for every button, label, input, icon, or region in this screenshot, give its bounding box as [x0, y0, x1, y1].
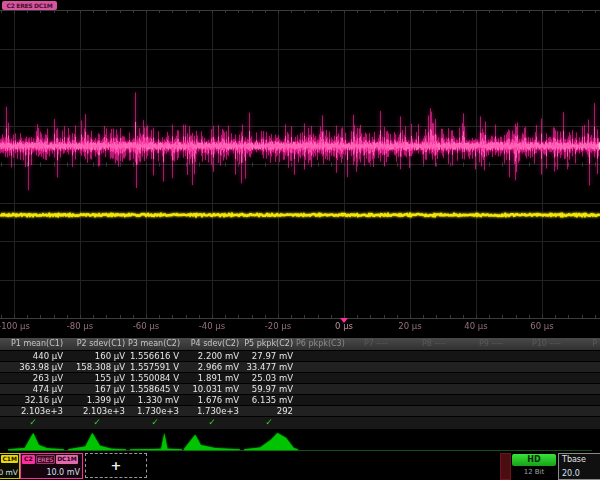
- measure-cell: 292: [242, 406, 296, 416]
- add-trace-button[interactable]: +: [85, 453, 147, 478]
- measure-header-p7[interactable]: P7 ----: [347, 338, 391, 350]
- measure-header-p11[interactable]: P: [564, 338, 600, 350]
- measure-cell: [506, 406, 564, 416]
- measure-cell: [564, 373, 600, 383]
- status-check-icon: ✓: [0, 417, 66, 429]
- measure-header-p4[interactable]: P4 sdev(C2): [182, 338, 242, 350]
- measure-cell: [506, 351, 564, 361]
- measure-cell: [296, 395, 347, 405]
- measure-cell: 474 μV: [0, 384, 66, 394]
- status-check-icon: ✓: [242, 417, 296, 429]
- measure-cell: 10.031 mV: [182, 384, 242, 394]
- measure-cell: [564, 362, 600, 372]
- time-axis-label-8: 40 μs: [464, 321, 487, 331]
- measure-cell: [347, 395, 391, 405]
- measure-header-p9[interactable]: P9 ----: [449, 338, 506, 350]
- measure-header-p2[interactable]: P2 sdev(C1): [66, 338, 128, 350]
- channel-c2-descriptor[interactable]: C2 ERES DC1M 10.0 mV: [20, 453, 83, 479]
- measure-header-p1[interactable]: P1 mean(C1): [0, 338, 66, 350]
- time-axis-label-1: -100 μs: [0, 321, 30, 331]
- channel-c1-descriptor[interactable]: C1M 0 mV: [0, 453, 20, 479]
- trace-annotation-badge: C2 ERES DC1M: [2, 1, 57, 10]
- measure-cell: 6.135 mV: [242, 395, 296, 405]
- measure-cell: 2.103e+3: [0, 406, 66, 416]
- descriptor-bar: C1M 0 mV C2 ERES DC1M 10.0 mV + HD 12 Bi…: [0, 452, 600, 480]
- time-axis-label-2: -80 μs: [67, 321, 93, 331]
- measure-row-min: 263 μV155 μV1.550084 V1.891 mV25.03 mV: [0, 373, 600, 384]
- c2-eres-badge: ERES: [36, 455, 56, 464]
- status-empty: [296, 417, 347, 429]
- hd-mode-badge[interactable]: HD: [512, 454, 556, 466]
- c1-coupling-badge: C1M: [1, 455, 18, 463]
- measure-cell: [391, 406, 449, 416]
- timebase-label: Tbase: [562, 455, 586, 464]
- status-empty: [449, 417, 506, 429]
- measure-cell: [564, 395, 600, 405]
- status-empty: [391, 417, 449, 429]
- measure-cell: [296, 362, 347, 372]
- status-empty: [347, 417, 391, 429]
- measure-header-p5[interactable]: P5 pkpk(C2): [242, 338, 296, 350]
- measure-cell: [564, 384, 600, 394]
- measure-cell: 155 μV: [66, 373, 128, 383]
- measure-cell: [449, 362, 506, 372]
- measure-cell: 160 μV: [66, 351, 128, 361]
- measure-cell: 1.556616 V: [128, 351, 182, 361]
- measure-cell: 2.966 mV: [182, 362, 242, 372]
- status-check-icon: ✓: [182, 417, 242, 429]
- measure-cell: 1.558645 V: [128, 384, 182, 394]
- measure-cell: 1.330 mV: [128, 395, 182, 405]
- hd-bit-depth-label: 12 Bit: [512, 468, 556, 476]
- measure-cell: 2.103e+3: [66, 406, 128, 416]
- trigger-position-marker[interactable]: [340, 318, 348, 323]
- measure-cell: [347, 384, 391, 394]
- measure-cell: 25.03 mV: [242, 373, 296, 383]
- measure-cell: [564, 351, 600, 361]
- status-check-icon: ✓: [66, 417, 128, 429]
- measure-cell: 1.676 mV: [182, 395, 242, 405]
- trigger-descriptor-edge[interactable]: [500, 453, 511, 480]
- time-axis-label-9: 60 μs: [530, 321, 553, 331]
- measure-header-p6[interactable]: P6 pkpk(C3): [296, 338, 347, 350]
- histicons-strip[interactable]: [0, 430, 600, 452]
- measure-cell: [506, 362, 564, 372]
- measure-header-p8[interactable]: P8 ----: [391, 338, 449, 350]
- measure-header-p3[interactable]: P3 mean(C2): [128, 338, 182, 350]
- measure-cell: [391, 351, 449, 361]
- measure-cell: [391, 384, 449, 394]
- measure-cell: [506, 384, 564, 394]
- measure-cell: [449, 384, 506, 394]
- measure-cell: 27.97 mV: [242, 351, 296, 361]
- measure-row-mean: 363.98 μV158.308 μV1.557591 V2.966 mV33.…: [0, 362, 600, 373]
- c2-vdiv-value: 10.0 mV: [46, 468, 80, 477]
- status-check-icon: ✓: [128, 417, 182, 429]
- measure-header-row: P1 mean(C1)P2 sdev(C1)P3 mean(C2)P4 sdev…: [0, 338, 600, 351]
- measurement-table: P1 mean(C1)P2 sdev(C1)P3 mean(C2)P4 sdev…: [0, 338, 600, 430]
- measure-cell: [449, 351, 506, 361]
- measure-cell: [347, 362, 391, 372]
- measure-cell: [296, 406, 347, 416]
- waveform-display[interactable]: [0, 0, 600, 330]
- measure-row-max: 474 μV167 μV1.558645 V10.031 mV59.97 mV: [0, 384, 600, 395]
- measure-cell: [506, 395, 564, 405]
- measure-cell: [347, 406, 391, 416]
- measure-cell: [296, 351, 347, 361]
- measure-cell: 1.730e+3: [182, 406, 242, 416]
- measure-cell: [564, 406, 600, 416]
- measure-cell: [347, 373, 391, 383]
- c2-coupling-badge: DC1M: [56, 455, 78, 464]
- timebase-descriptor[interactable]: Tbase 20.0: [558, 453, 600, 480]
- status-empty: [564, 417, 600, 429]
- measure-cell: [391, 373, 449, 383]
- measure-cell: 32.16 μV: [0, 395, 66, 405]
- measure-row-num: 2.103e+32.103e+31.730e+31.730e+3292: [0, 406, 600, 417]
- measure-row-value: 440 μV160 μV1.556616 V2.200 mV27.97 mV: [0, 351, 600, 362]
- time-axis-label-7: 20 μs: [398, 321, 421, 331]
- time-axis-label-5: -20 μs: [265, 321, 291, 331]
- measure-cell: 1.891 mV: [182, 373, 242, 383]
- measure-cell: 1.399 μV: [66, 395, 128, 405]
- measure-header-p10[interactable]: P10 ----: [506, 338, 564, 350]
- measure-cell: 33.477 mV: [242, 362, 296, 372]
- measure-cell: [391, 395, 449, 405]
- measure-cell: 1.550084 V: [128, 373, 182, 383]
